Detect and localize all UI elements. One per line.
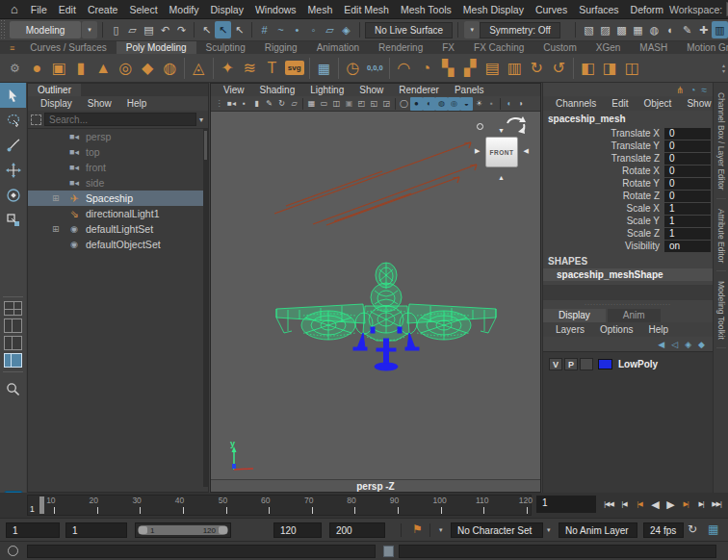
range-slider-bar-inner[interactable]: 1 120 [138, 525, 228, 535]
anim-layer-field[interactable]: No Anim Layer [559, 522, 637, 538]
view-cube[interactable]: ▼ ▶ ◀ ▲ FRONT [475, 115, 529, 175]
current-time-marker[interactable] [39, 496, 44, 514]
poly-cylinder-icon[interactable]: ▮ [70, 57, 92, 80]
playback-end-field[interactable]: 120 [273, 522, 322, 538]
viewport-menu-item[interactable]: Lighting [303, 85, 351, 95]
menu-item[interactable]: Mesh Tools [395, 4, 457, 15]
layout-pane-pair-button[interactable] [4, 336, 22, 350]
step-forward-frame-button[interactable]: ▶| [693, 500, 709, 508]
shelf-tab[interactable]: Animation [307, 41, 369, 54]
field-chart-icon[interactable]: ◰ [355, 97, 368, 111]
outliner-menu-item[interactable]: Show [81, 98, 118, 109]
range-end-handle[interactable] [219, 526, 227, 534]
command-circle-icon[interactable] [8, 546, 18, 556]
wireframe-on-shaded-icon[interactable]: ◎ [448, 97, 460, 111]
channel-value-field[interactable]: 0 [664, 165, 711, 177]
image-plane-icon[interactable]: ▱ [288, 97, 300, 111]
outliner-search-input[interactable] [44, 113, 196, 126]
menu-item[interactable]: Mesh [302, 4, 339, 15]
move-to-origin-icon[interactable]: 0,0,0 [364, 57, 386, 80]
layer-editor-menu-item[interactable]: Layers [549, 324, 591, 335]
play-forwards-button[interactable]: ▶ [663, 498, 678, 511]
animation-end-field[interactable]: 200 [329, 522, 385, 538]
mirror-icon[interactable]: ▞ [459, 57, 481, 80]
menu-item[interactable]: Curves [530, 4, 573, 15]
separator[interactable] [251, 22, 252, 38]
separator[interactable] [213, 58, 214, 79]
curve-warp-icon[interactable]: ≋ [239, 57, 261, 80]
channel-value-field[interactable]: 0 [664, 153, 711, 165]
channel-box-menu-item[interactable]: Edit [605, 98, 635, 109]
svg-tool-icon[interactable]: svg [285, 61, 304, 75]
shelf-tab[interactable]: Poly Modeling [117, 41, 196, 54]
shelf-tab[interactable]: MASH [630, 41, 677, 54]
layer-mode-toggle[interactable] [580, 358, 593, 370]
shelf-tab[interactable]: FX [432, 41, 464, 54]
layer-editor-menu-item[interactable]: Help [641, 324, 675, 335]
resolution-gate-icon[interactable]: ◫ [330, 97, 343, 111]
channel-box-node-name[interactable]: spaceship_mesh [543, 111, 713, 127]
channel-value-field[interactable]: 1 [664, 203, 711, 215]
play-backwards-button[interactable]: ◀ [647, 498, 663, 511]
channel-name[interactable]: Rotate Y [543, 178, 664, 189]
scroll-down-icon[interactable]: ▾ [722, 68, 725, 74]
poly-plane-icon[interactable]: ◆ [137, 57, 159, 80]
bevel-icon[interactable]: ◧ [577, 57, 599, 80]
filter-icon[interactable] [31, 115, 41, 125]
isolate-select-icon[interactable]: ◖ [503, 97, 515, 111]
outliner-item[interactable]: ⊞ ■◂ front [28, 160, 208, 175]
channel-name[interactable]: Translate X [543, 128, 664, 139]
xray-icon[interactable]: ◒ [460, 97, 473, 111]
shelf-tab[interactable]: Rigging [255, 41, 307, 54]
channel-name[interactable]: Visibility [543, 241, 664, 251]
layer-playback-toggle[interactable]: P [564, 358, 578, 370]
hierarchy-icon[interactable]: ⋔ [676, 85, 684, 95]
current-frame-field[interactable]: 1 [536, 496, 596, 513]
layout-outliner-persp-button[interactable] [4, 353, 22, 368]
symmetry-field[interactable]: Symmetry: Off [480, 22, 560, 38]
viewport-menu-item[interactable]: Panels [448, 85, 491, 95]
channel-value-field[interactable]: 0 [664, 128, 711, 140]
live-surface-field[interactable]: No Live Surface [365, 22, 453, 38]
poly-torus-icon[interactable]: ◎ [115, 57, 137, 80]
layer-prev-icon[interactable]: ◀ [658, 340, 664, 349]
viewport-menu-item[interactable]: View [217, 85, 251, 95]
shelf-tab[interactable]: Sculpting [196, 41, 255, 54]
render-current-frame-icon[interactable]: ▨ [597, 21, 613, 38]
playback-loop-icon[interactable]: ↻ [688, 522, 697, 536]
lookup-tool[interactable] [0, 376, 26, 401]
separator[interactable] [184, 58, 185, 79]
step-back-key-button[interactable]: |◀ [632, 500, 647, 508]
outliner-item[interactable]: ⊞ ⇘ directionalLight1 [28, 206, 208, 221]
outliner-item[interactable]: ⊞ ◉ defaultObjectSet [28, 237, 208, 252]
make-live-icon[interactable]: ◈ [338, 21, 354, 38]
outliner-title-tab[interactable]: Outliner [28, 84, 81, 96]
safe-title-icon[interactable]: ◲ [380, 97, 393, 111]
snap-to-view-plane-icon[interactable]: ▱ [322, 21, 338, 38]
separator[interactable] [302, 98, 303, 110]
viewport-menu-item[interactable]: Shading [253, 85, 302, 95]
character-set-caret[interactable]: ▾ [439, 526, 443, 534]
outliner-item[interactable]: ⊞ ✈ Spaceship [28, 191, 208, 206]
separator[interactable] [194, 22, 195, 38]
multi-cut-icon[interactable]: ◨ [599, 57, 621, 80]
combine-icon[interactable]: ▚ [437, 57, 459, 80]
channel-box-menu-item[interactable]: Object [637, 98, 679, 109]
layer-visibility-toggle[interactable]: V [549, 358, 562, 370]
camera-select-icon[interactable]: ■◂ [225, 97, 238, 111]
wireframe-icon[interactable]: ◯ [398, 97, 410, 111]
use-default-material-icon[interactable]: ◍ [435, 97, 448, 111]
grid-extrude-icon[interactable]: ▥ [504, 57, 526, 80]
symmetry-caret[interactable]: ▾ [464, 21, 480, 38]
fps-dropdown[interactable]: 24 fps [643, 522, 684, 538]
outliner-scrollbar[interactable] [203, 129, 208, 487]
film-gate-icon[interactable]: ▭ [318, 97, 330, 111]
anim-layer-caret[interactable]: ▾ [547, 526, 551, 534]
layout-four-pane-button[interactable] [4, 301, 22, 316]
shadows-icon[interactable]: ▪ [485, 97, 498, 111]
viewcube-right-arrow[interactable]: ◀ [524, 147, 529, 155]
channel-name[interactable]: Translate Z [543, 153, 664, 164]
outliner-item[interactable]: ⊞ ■◂ side [28, 175, 208, 191]
channel-name[interactable]: Rotate X [543, 165, 664, 176]
separator[interactable] [309, 58, 310, 79]
